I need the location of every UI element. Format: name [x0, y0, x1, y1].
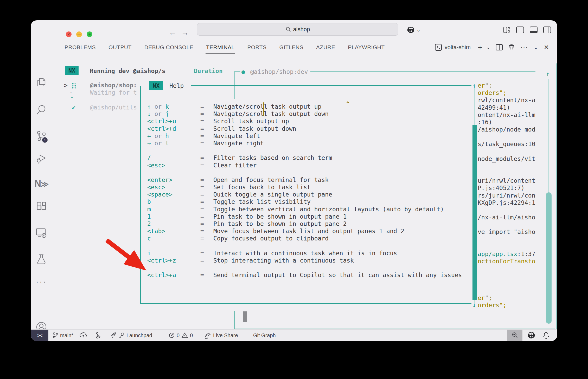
shortcut-key: <esc>	[147, 162, 200, 169]
shortcut-description: Navigate/scroll task output down	[213, 110, 329, 117]
panel-tab-output[interactable]: OUTPUT	[108, 43, 132, 52]
split-terminal-icon[interactable]	[496, 44, 503, 50]
panel-tab-ports[interactable]: PORTS	[247, 43, 266, 52]
shortcut-equals: =	[200, 110, 213, 117]
sync-changes-item[interactable]	[80, 330, 87, 341]
rocket-icon	[110, 332, 117, 339]
output-line: rs/juri/nrwl/con	[478, 192, 535, 199]
help-shortcut-row: <esc>=Clear filter	[147, 162, 475, 169]
terminal-shell-item[interactable]: volta-shim	[435, 44, 471, 51]
terminal-profile-chevron-icon[interactable]: ⌄	[486, 44, 490, 50]
problems-item[interactable]: 0 0	[169, 330, 193, 341]
close-window-button[interactable]: ✕	[66, 31, 72, 37]
shortcut-equals: =	[200, 213, 213, 220]
output-line: ontent/nx-ai-llm	[478, 112, 535, 118]
close-panel-icon[interactable]: ✕	[544, 44, 549, 51]
help-shortcut-row: /=Filter tasks based on search term	[147, 154, 475, 162]
titlebar: ✕ — ⧄ ← → aishop ⌄	[31, 20, 557, 39]
help-shortcut-row: m=Toggle between vertical and horizontal…	[147, 206, 475, 213]
copilot-status-item[interactable]	[527, 330, 536, 341]
kill-terminal-icon[interactable]	[508, 44, 515, 51]
output-line: ve import "aisho	[478, 228, 535, 235]
right-edge-teal-line	[556, 63, 557, 329]
panel-tab-azure[interactable]: AZURE	[316, 43, 335, 52]
sidebar-item-run-debug[interactable]	[31, 153, 52, 164]
toggle-panel-icon[interactable]	[530, 27, 538, 33]
nav-back-button[interactable]: ←	[169, 28, 176, 37]
help-blank-row	[147, 243, 475, 250]
panel-tabs: PROBLEMSOUTPUTDEBUG CONSOLETERMINALPORTS…	[65, 39, 385, 56]
help-shortcut-row: ← or h=Navigate left	[147, 133, 475, 140]
shortcut-key: → or l	[147, 140, 200, 147]
zoom-window-button[interactable]: ⧄	[87, 31, 92, 37]
activity-bar-more-icon[interactable]: ···	[31, 277, 52, 286]
new-terminal-button[interactable]: ＋	[476, 42, 484, 52]
live-share-item[interactable]: Live Share	[204, 330, 238, 341]
shortcut-description: Interact with a continuous task when it …	[213, 250, 397, 257]
shortcut-description: Pin task to be shown in output pane 1	[213, 213, 347, 220]
panel-tab-terminal[interactable]: TERMINAL	[206, 43, 234, 52]
help-shortcut-row: <ctrl>+z=Stop interacting with a continu…	[147, 257, 475, 264]
shortcut-description: Open and focus terminal for task	[213, 177, 329, 183]
panel-tab-gitlens[interactable]: GITLENS	[279, 43, 303, 52]
toggle-primary-sidebar-icon[interactable]	[516, 27, 524, 33]
output-line: nctionForTransfo	[478, 258, 535, 265]
help-shortcut-row: <tab>=Move focus between task list and o…	[147, 228, 475, 235]
output-line: s/task_queues:10	[478, 141, 535, 147]
screencast-zoom-item[interactable]	[507, 330, 522, 341]
help-shortcut-row: <space>=Quick toggle a single output pan…	[147, 191, 475, 198]
duration-column-label: Duration	[194, 67, 223, 75]
command-center-search[interactable]: aishop	[197, 23, 398, 36]
remote-indicator[interactable]: ><	[31, 330, 48, 341]
toggle-secondary-sidebar-icon[interactable]	[543, 27, 551, 33]
inner-scrollbar-thumb[interactable]	[472, 125, 477, 300]
task-current[interactable]: @aishop/shop:	[90, 82, 137, 89]
task-current-status: Waiting for t	[90, 89, 137, 96]
help-shortcut-row: <enter>=Open and focus terminal for task	[147, 177, 475, 184]
output-line: rwl/content/nx-a	[478, 97, 535, 103]
minimize-window-button[interactable]: —	[76, 31, 82, 37]
git-branch-icon	[53, 332, 58, 338]
sidebar-item-remote-explorer[interactable]	[31, 228, 52, 239]
panel-tab-problems[interactable]: PROBLEMS	[65, 43, 96, 52]
shortcut-description: Navigate/scroll task output up	[213, 103, 321, 110]
status-bar: >< main* Launchpad 0 0 Live Share Git	[31, 329, 557, 341]
shortcut-description: Pin task to be shown in output pane 2	[213, 220, 347, 227]
launchpad-item[interactable]: Launchpad	[110, 330, 152, 341]
shortcut-description: Set focus back to task list	[213, 184, 311, 191]
outer-scrollbar-thumb[interactable]	[546, 192, 552, 324]
panel-maximize-chevron-icon[interactable]: ⌄	[534, 44, 538, 50]
sidebar-item-source-control[interactable]: 1	[31, 130, 52, 141]
help-shortcut-row: c=Copy focused output to clipboard	[147, 235, 475, 242]
sidebar-item-nx-console[interactable]: N≫	[31, 178, 52, 189]
panel-more-actions-icon[interactable]: ···	[520, 43, 528, 51]
nav-forward-button[interactable]: →	[181, 28, 189, 37]
sidebar-item-extensions[interactable]	[31, 202, 52, 212]
shortcut-key: /	[147, 154, 200, 161]
shortcut-equals: =	[200, 206, 213, 213]
git-graph-item[interactable]: Git Graph	[253, 330, 276, 341]
help-shortcut-row: <ctrl>+d=Scroll task output down	[147, 125, 475, 133]
scm-graph-item[interactable]	[95, 330, 101, 341]
copilot-menu[interactable]: ⌄	[407, 26, 420, 34]
task-done[interactable]: @aishop/utils	[90, 104, 137, 111]
outer-scrollbar-track	[548, 79, 549, 192]
panel-tab-debug-console[interactable]: DEBUG CONSOLE	[144, 43, 193, 52]
customize-layout-icon[interactable]	[503, 27, 511, 33]
notifications-item[interactable]	[543, 330, 549, 341]
sidebar-item-explorer[interactable]	[31, 77, 52, 88]
task-bullet-dot: ·	[69, 89, 73, 96]
scroll-indicator-icon: ↑	[472, 82, 476, 89]
panel-tab-playwright[interactable]: PLAYWRIGHT	[348, 43, 385, 52]
shortcut-description: Move focus between task list and output …	[213, 228, 404, 234]
sidebar-item-testing[interactable]	[31, 254, 52, 265]
shortcut-equals: =	[200, 257, 213, 264]
shortcut-description: Toggle task list visibility	[213, 198, 311, 205]
sidebar-item-search[interactable]	[31, 104, 52, 115]
nx-badge: NX	[65, 66, 79, 75]
git-branch-item[interactable]: main*	[53, 330, 73, 341]
shortcut-description: Scroll task output up	[213, 118, 289, 125]
scm-badge: 1	[42, 137, 48, 143]
pane1-block-cursor	[243, 311, 247, 322]
shortcut-key: ↓ or j	[147, 110, 200, 117]
